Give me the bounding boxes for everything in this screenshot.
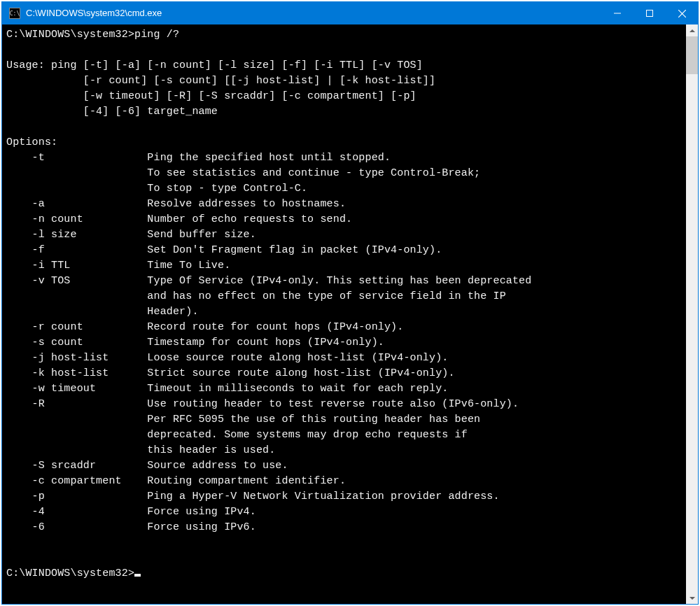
scroll-up-button[interactable] (686, 24, 698, 36)
close-button[interactable] (666, 2, 698, 24)
scrollbar[interactable] (686, 24, 698, 604)
cursor (134, 574, 141, 577)
app-icon: C:\ (9, 8, 20, 19)
scroll-thumb[interactable] (686, 36, 698, 74)
window-title: C:\WINDOWS\system32\cmd.exe (26, 8, 601, 19)
cmd-window: C:\ C:\WINDOWS\system32\cmd.exe C:\WINDO… (1, 1, 699, 605)
svg-rect-1 (647, 10, 653, 17)
close-icon (678, 10, 686, 17)
titlebar[interactable]: C:\ C:\WINDOWS\system32\cmd.exe (2, 2, 698, 24)
minimize-button[interactable] (601, 2, 634, 24)
window-controls (601, 2, 698, 24)
terminal-output[interactable]: C:\WINDOWS\system32>ping /? Usage: ping … (2, 24, 686, 604)
maximize-icon (646, 10, 653, 17)
prompt: C:\WINDOWS\system32> (6, 568, 134, 579)
minimize-icon (614, 10, 621, 17)
maximize-button[interactable] (634, 2, 666, 24)
content-area: C:\WINDOWS\system32>ping /? Usage: ping … (2, 24, 698, 604)
scroll-down-button[interactable] (686, 592, 698, 604)
